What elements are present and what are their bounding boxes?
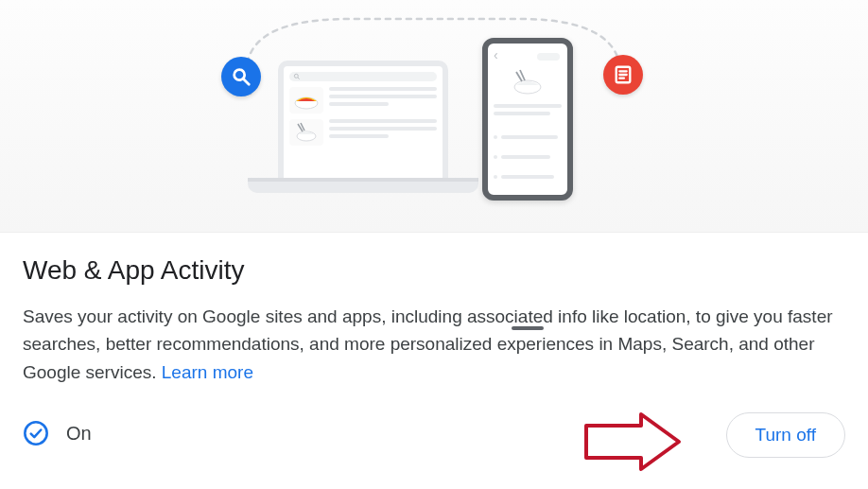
check-circle-icon	[23, 420, 49, 446]
svg-point-6	[294, 74, 298, 78]
phone-illustration: ‹	[482, 38, 573, 201]
section-title: Web & App Activity	[23, 255, 845, 286]
back-chevron-icon: ‹	[494, 47, 498, 62]
description-text: Saves your activity on Google sites and …	[23, 306, 833, 382]
document-icon	[603, 55, 643, 95]
annotation-arrow-icon	[581, 410, 685, 473]
svg-point-15	[25, 423, 46, 445]
turn-off-button[interactable]: Turn off	[726, 412, 845, 458]
learn-more-link[interactable]: Learn more	[162, 362, 253, 382]
laptop-illustration	[248, 61, 478, 193]
status-row: On Turn off	[23, 420, 845, 446]
settings-section: Web & App Activity Saves your activity o…	[0, 233, 868, 469]
svg-line-7	[298, 78, 300, 79]
hero-illustration: ‹	[0, 0, 868, 233]
status-label: On	[66, 423, 92, 445]
section-description: Saves your activity on Google sites and …	[23, 303, 845, 386]
